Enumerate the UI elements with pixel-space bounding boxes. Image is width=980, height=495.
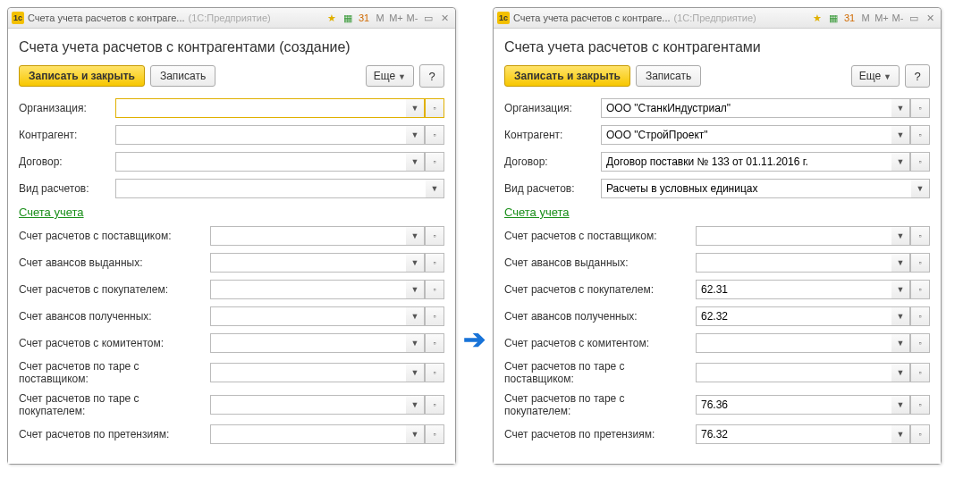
- contract-input[interactable]: [115, 152, 406, 172]
- write-close-button[interactable]: Записать и закрыть: [504, 65, 630, 87]
- more-button[interactable]: Еще▼: [366, 65, 414, 87]
- dropdown-icon[interactable]: ▼: [891, 333, 910, 353]
- open-icon[interactable]: ▫: [910, 125, 930, 145]
- account-combo[interactable]: ▼▫: [696, 424, 930, 444]
- account-input[interactable]: [210, 306, 406, 326]
- account-combo[interactable]: ▼▫: [210, 280, 444, 299]
- account-combo[interactable]: ▼▫: [210, 363, 444, 382]
- mem-m-button[interactable]: M: [373, 11, 387, 25]
- section-title[interactable]: Счета учета: [504, 206, 930, 219]
- mem-mminus-button[interactable]: M-: [405, 11, 419, 25]
- dropdown-icon[interactable]: ▼: [406, 306, 425, 326]
- mem-mplus-button[interactable]: M+: [389, 11, 403, 25]
- account-input[interactable]: [696, 333, 891, 353]
- write-button[interactable]: Записать: [150, 65, 215, 87]
- account-input[interactable]: [696, 306, 891, 326]
- dropdown-icon[interactable]: ▼: [406, 280, 425, 299]
- open-icon[interactable]: ▫: [425, 424, 444, 444]
- open-icon[interactable]: ▫: [425, 125, 444, 145]
- org-combo[interactable]: ▼ ▫: [601, 98, 930, 118]
- contragent-combo[interactable]: ▼ ▫: [115, 125, 444, 145]
- mem-mplus-button[interactable]: M+: [874, 11, 889, 25]
- paytype-input[interactable]: [115, 179, 426, 198]
- account-input[interactable]: [210, 363, 406, 382]
- open-icon[interactable]: ▫: [910, 280, 930, 299]
- account-input[interactable]: [210, 424, 406, 444]
- close-icon[interactable]: ✕: [923, 11, 937, 25]
- favorite-icon[interactable]: ★: [325, 11, 339, 25]
- dropdown-icon[interactable]: ▼: [891, 395, 910, 415]
- open-icon[interactable]: ▫: [425, 226, 444, 246]
- open-icon[interactable]: ▫: [425, 333, 444, 353]
- section-title[interactable]: Счета учета: [19, 206, 444, 219]
- account-combo[interactable]: ▼▫: [696, 306, 930, 326]
- mem-mminus-button[interactable]: M-: [891, 11, 905, 25]
- open-icon[interactable]: ▫: [910, 424, 930, 444]
- dropdown-icon[interactable]: ▼: [426, 179, 444, 198]
- open-icon[interactable]: ▫: [425, 363, 444, 382]
- paytype-input[interactable]: [601, 179, 911, 198]
- contract-input[interactable]: [601, 152, 891, 172]
- write-close-button[interactable]: Записать и закрыть: [19, 65, 145, 87]
- help-button[interactable]: ?: [419, 64, 444, 88]
- contract-combo[interactable]: ▼ ▫: [601, 152, 930, 172]
- contract-combo[interactable]: ▼ ▫: [115, 152, 444, 172]
- help-button[interactable]: ?: [905, 64, 930, 88]
- org-input[interactable]: [115, 98, 406, 118]
- contragent-combo[interactable]: ▼ ▫: [601, 125, 930, 145]
- dropdown-icon[interactable]: ▼: [406, 395, 425, 415]
- account-combo[interactable]: ▼▫: [210, 306, 444, 326]
- contragent-input[interactable]: [601, 125, 891, 145]
- dropdown-icon[interactable]: ▼: [406, 125, 425, 145]
- account-input[interactable]: [696, 280, 891, 299]
- dropdown-icon[interactable]: ▼: [891, 363, 910, 382]
- paytype-combo[interactable]: ▼: [601, 179, 930, 198]
- account-input[interactable]: [696, 253, 891, 273]
- close-icon[interactable]: ✕: [437, 11, 452, 25]
- account-input[interactable]: [696, 226, 891, 246]
- dropdown-icon[interactable]: ▼: [406, 363, 425, 382]
- more-button[interactable]: Еще▼: [851, 65, 900, 87]
- open-icon[interactable]: ▫: [425, 280, 444, 299]
- account-input[interactable]: [210, 333, 406, 353]
- open-icon[interactable]: ▫: [425, 395, 444, 415]
- dropdown-icon[interactable]: ▼: [406, 152, 425, 172]
- dropdown-icon[interactable]: ▼: [891, 152, 910, 172]
- maximize-icon[interactable]: ▭: [907, 11, 921, 25]
- account-input[interactable]: [210, 253, 406, 273]
- open-icon[interactable]: ▫: [910, 98, 930, 118]
- account-combo[interactable]: ▼▫: [696, 363, 930, 382]
- open-icon[interactable]: ▫: [910, 152, 930, 172]
- open-icon[interactable]: ▫: [910, 363, 930, 382]
- account-combo[interactable]: ▼▫: [210, 333, 444, 353]
- account-combo[interactable]: ▼▫: [696, 333, 930, 353]
- write-button[interactable]: Записать: [636, 65, 701, 87]
- dropdown-icon[interactable]: ▼: [891, 253, 910, 273]
- account-combo[interactable]: ▼▫: [696, 226, 930, 246]
- open-icon[interactable]: ▫: [425, 152, 444, 172]
- dropdown-icon[interactable]: ▼: [406, 333, 425, 353]
- calendar-icon[interactable]: 31: [357, 11, 371, 25]
- open-icon[interactable]: ▫: [910, 333, 930, 353]
- account-combo[interactable]: ▼▫: [210, 424, 444, 444]
- dropdown-icon[interactable]: ▼: [911, 179, 930, 198]
- open-icon[interactable]: ▫: [425, 253, 444, 273]
- calculator-icon[interactable]: ▦: [341, 11, 355, 25]
- org-input[interactable]: [601, 98, 891, 118]
- account-combo[interactable]: ▼▫: [210, 226, 444, 246]
- favorite-icon[interactable]: ★: [810, 11, 824, 25]
- account-input[interactable]: [696, 424, 891, 444]
- dropdown-icon[interactable]: ▼: [406, 98, 425, 118]
- dropdown-icon[interactable]: ▼: [891, 424, 910, 444]
- contragent-input[interactable]: [115, 125, 406, 145]
- open-icon[interactable]: ▫: [425, 98, 444, 118]
- account-input[interactable]: [210, 280, 406, 299]
- paytype-combo[interactable]: ▼: [115, 179, 444, 198]
- calculator-icon[interactable]: ▦: [826, 11, 841, 25]
- dropdown-icon[interactable]: ▼: [406, 424, 425, 444]
- org-combo[interactable]: ▼ ▫: [115, 98, 444, 118]
- account-combo[interactable]: ▼▫: [696, 395, 930, 415]
- dropdown-icon[interactable]: ▼: [891, 306, 910, 326]
- account-input[interactable]: [696, 395, 891, 415]
- account-combo[interactable]: ▼▫: [696, 253, 930, 273]
